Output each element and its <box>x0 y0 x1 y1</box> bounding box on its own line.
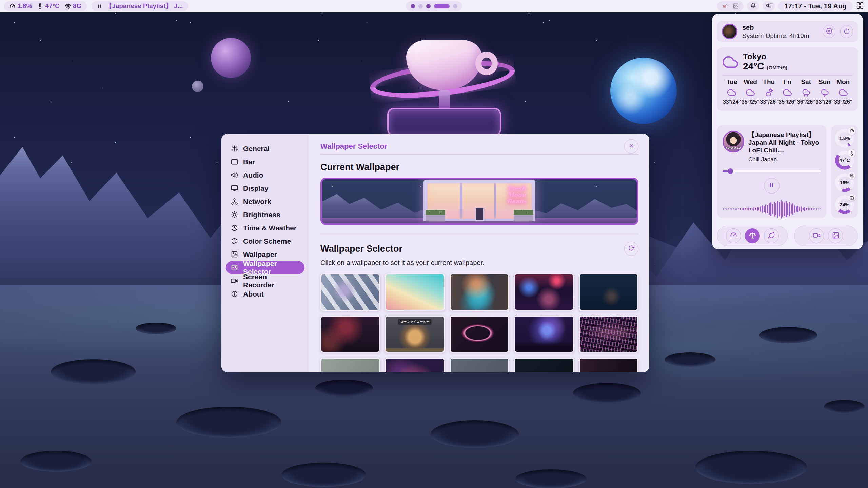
media-player-card: TOKYO LO 【Japanese Playlist】 Japan All N… <box>717 125 826 218</box>
wallpaper-grid: ローファイコーヒー <box>320 273 638 372</box>
sidebar-item-bar[interactable]: Bar <box>226 155 304 168</box>
workspace-dot-2[interactable] <box>418 4 423 8</box>
wallpaper-thumb-crimson-forest[interactable] <box>320 316 380 353</box>
weather-card: Tokyo 24°C (GMT+9) Tue33°/24°Wed35°/25°T… <box>717 47 858 111</box>
close-button[interactable] <box>624 139 638 154</box>
system-stats-pill[interactable]: 1.8%47°C8G <box>4 1 87 11</box>
performance-button[interactable] <box>726 228 741 243</box>
gauge-memory: 16% <box>835 173 854 192</box>
current-wallpaper-preview: FreshMoonBeans <box>320 178 638 225</box>
workspace-dot-3[interactable] <box>426 4 431 8</box>
power-button[interactable] <box>840 25 853 38</box>
sidebar-item-about[interactable]: About <box>226 287 304 301</box>
volume-button[interactable] <box>763 1 775 11</box>
wallpaper-thumb-aurora-blur[interactable] <box>450 273 509 311</box>
gauge-icon <box>848 127 855 135</box>
forecast-day-wed: Wed35°/25° <box>741 78 760 105</box>
workspace-indicator[interactable] <box>406 1 462 11</box>
power-saver-button[interactable] <box>764 228 779 243</box>
gauge-icon <box>730 232 737 240</box>
clock[interactable]: 17:17 - Tue, 19 Aug <box>778 1 853 11</box>
wallpaper-thumb-slate-mist[interactable] <box>450 358 509 372</box>
weather-forecast: Tue33°/24°Wed35°/25°Thu33°/26°Fri35°/26°… <box>723 78 852 105</box>
wallpaper-thumb-neon-arcade[interactable] <box>514 273 574 311</box>
cloud-icon <box>723 88 741 97</box>
sidebar-item-wallpaper[interactable]: Wallpaper <box>226 248 304 261</box>
seek-slider[interactable] <box>723 168 821 174</box>
wallpaper-thumb-midnight-navy[interactable] <box>514 358 574 372</box>
wallpaper-thumb-anime-crosswalk[interactable] <box>320 273 380 311</box>
video-icon <box>231 277 238 284</box>
workspace-dot-1[interactable] <box>411 4 415 8</box>
refresh-icon <box>628 245 634 252</box>
power-profile-group <box>717 226 788 246</box>
screen-record-button[interactable] <box>809 228 824 243</box>
hard-drive-icon <box>848 194 855 201</box>
track-artist: Chill Japan. <box>748 156 821 163</box>
glowing-sign <box>387 108 501 136</box>
info-icon <box>231 290 238 298</box>
wallpaper-thumb-neon-mesh[interactable] <box>579 316 638 353</box>
sidebar-item-brightness[interactable]: Brightness <box>226 208 304 221</box>
earth-planet <box>610 58 677 124</box>
weather-cloud-icon <box>723 54 738 70</box>
wallpaper-thumb-plum-shadow[interactable] <box>579 358 638 372</box>
pause-button[interactable] <box>764 178 780 194</box>
avatar <box>722 24 737 39</box>
workspace-dot-5[interactable] <box>453 4 457 8</box>
tray-gallery-icon[interactable] <box>733 3 739 9</box>
overview-button[interactable] <box>856 2 864 11</box>
sidebar-item-wallpaper-selector[interactable]: Wallpaper Selector <box>226 261 304 274</box>
speaker-icon <box>766 3 772 10</box>
user-name: seb <box>742 23 818 32</box>
sidebar-item-screen-recorder[interactable]: Screen Recorder <box>226 274 304 287</box>
wallpaper-selector-heading: Wallpaper Selector <box>320 244 402 254</box>
thermometer-icon <box>848 149 855 157</box>
cpu-icon <box>65 3 71 9</box>
small-moon <box>192 81 203 92</box>
wallpaper-thumb-sage-mist[interactable] <box>320 358 380 372</box>
notifications-button[interactable] <box>747 1 759 11</box>
weather-divider <box>723 75 852 76</box>
open-wallpapers-button[interactable] <box>828 228 843 243</box>
system-tray[interactable] <box>717 1 744 11</box>
stat-memory: 8G <box>65 2 81 10</box>
settings-button[interactable] <box>823 25 835 38</box>
video-icon <box>813 232 820 240</box>
workspace-dot-4[interactable] <box>434 4 450 8</box>
wallpaper-thumb-coral-night[interactable] <box>385 358 445 372</box>
media-pill[interactable]: 【Japanese Playlist】 J... <box>92 1 188 11</box>
weather-temp: 24°C <box>743 61 764 72</box>
clock-icon <box>231 224 238 231</box>
preview-cafe: FreshMoonBeans <box>423 180 535 221</box>
close-icon <box>629 143 634 150</box>
gauge-temperature: 47°C <box>835 151 854 170</box>
seek-thumb[interactable] <box>728 168 733 174</box>
album-art: TOKYO LO <box>723 131 744 152</box>
stat-temperature: 47°C <box>37 2 59 10</box>
wallpaper-thumb-nebula-forest[interactable] <box>514 316 574 353</box>
gauge-icon <box>9 3 15 9</box>
refresh-button[interactable] <box>624 242 638 256</box>
wallpaper-thumb-violet-eclipse[interactable] <box>450 316 509 353</box>
cpu-icon <box>848 172 855 179</box>
palette-icon <box>231 238 238 245</box>
monitor-icon <box>231 185 238 192</box>
sidebar-item-network[interactable]: Network <box>226 195 304 208</box>
saturn-coffee-cup <box>370 30 519 139</box>
leaf-icon <box>768 232 775 240</box>
sidebar-item-general[interactable]: General <box>226 142 304 155</box>
sidebar-item-display[interactable]: Display <box>226 182 304 195</box>
volume-icon <box>231 171 238 179</box>
wallpaper-thumb-night-castle[interactable] <box>579 273 638 311</box>
wallpaper-thumb-pastel-gradient[interactable] <box>385 273 445 311</box>
balanced-button[interactable] <box>745 228 760 243</box>
sidebar-item-color-scheme[interactable]: Color Scheme <box>226 235 304 248</box>
sidebar-item-audio[interactable]: Audio <box>226 168 304 182</box>
gauge-cpu-load: 1.8% <box>835 129 854 148</box>
tray-app-icon[interactable] <box>722 3 728 9</box>
audio-visualizer <box>723 198 821 221</box>
sidebar-item-time-weather[interactable]: Time & Weather <box>226 221 304 235</box>
cloud-icon <box>778 88 797 97</box>
wallpaper-thumb-lofi-coffee-shop[interactable]: ローファイコーヒー <box>385 316 445 353</box>
